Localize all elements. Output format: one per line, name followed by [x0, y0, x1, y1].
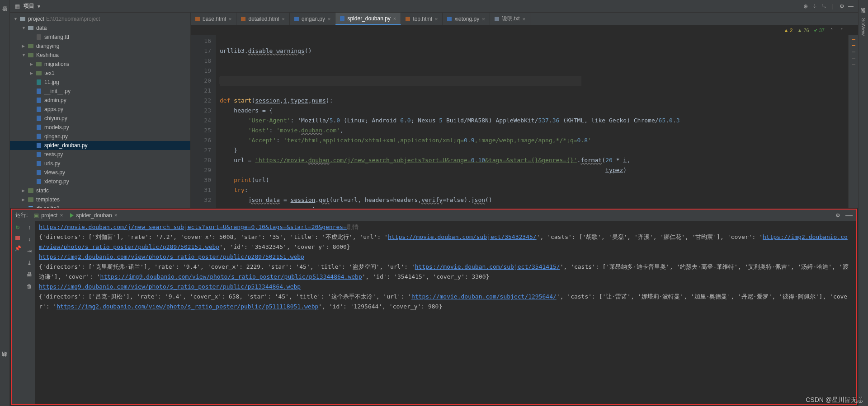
hide-icon[interactable]: —: [846, 2, 855, 11]
expand-all-icon[interactable]: ≑: [810, 2, 819, 11]
tree-item[interactable]: ▶tex1: [10, 69, 190, 78]
project-tree[interactable]: ▼projectE:\01zhuomian\project▼data simfa…: [10, 13, 191, 208]
chevron-up-icon[interactable]: ˄: [829, 28, 835, 33]
collapse-all-icon[interactable]: ≒: [819, 2, 828, 11]
python-file-icon: [37, 170, 41, 175]
font-file-icon: [37, 34, 41, 40]
editor-tab[interactable]: xietong.py×: [443, 13, 490, 25]
up-icon[interactable]: ↑: [26, 224, 33, 231]
tree-item[interactable]: qingan.py: [10, 132, 190, 141]
run-hide-icon[interactable]: —: [845, 211, 853, 219]
watermark: CSDN @星川皆无恙: [806, 396, 863, 404]
run-gear-icon[interactable]: ⚙: [834, 212, 842, 219]
python-file-icon: [37, 152, 41, 157]
html-file-icon: [195, 17, 200, 21]
code-editor[interactable]: urllib3.disable_warnings() def start(ses…: [216, 35, 848, 208]
tree-item[interactable]: __init__.py: [10, 87, 190, 96]
tree-item[interactable]: tests.py: [10, 150, 190, 159]
run-label: 运行:: [15, 211, 28, 219]
gear-icon[interactable]: ⚙: [837, 2, 846, 11]
python-file-icon: [37, 179, 41, 184]
python-file-icon: [294, 17, 299, 21]
close-icon[interactable]: ×: [523, 16, 525, 22]
folder-icon: ▦: [13, 2, 22, 11]
tree-item[interactable]: ▼projectE:\01zhuomian\project: [10, 14, 190, 23]
line-gutter[interactable]: 16 17 18 19 20 21 22 23 24 25 26 27 28 2…: [191, 35, 216, 208]
run-panel: 运行: ▣project×spider_douban× ⚙ — ↻ 📌 ↑ ↓ …: [11, 209, 857, 405]
package-icon: [28, 197, 33, 202]
editor-tab[interactable]: top.html×: [401, 13, 443, 25]
run-toolbar-secondary: ↑ ↓ ⇥ ⤓ 🖶 🗑: [24, 221, 35, 404]
tree-item[interactable]: ▶templates: [10, 195, 190, 204]
tree-item[interactable]: views.py: [10, 168, 190, 177]
right-tab-sciview[interactable]: SciView: [861, 18, 866, 36]
trash-icon[interactable]: 🗑: [26, 283, 33, 290]
close-icon[interactable]: ×: [114, 212, 118, 219]
python-file-icon: [37, 107, 41, 112]
tree-item[interactable]: xietong.py: [10, 177, 190, 186]
tree-item[interactable]: spider_douban.py: [10, 141, 190, 150]
python-run-icon: [70, 213, 74, 218]
down-icon[interactable]: ↓: [26, 236, 33, 243]
tree-item[interactable]: ▼data: [10, 23, 190, 33]
python-file-icon: [37, 125, 41, 130]
tree-item[interactable]: chiyun.py: [10, 114, 190, 123]
stop-icon[interactable]: [15, 236, 20, 240]
rerun-icon[interactable]: ↻: [14, 224, 21, 231]
scroll-to-end-icon[interactable]: ⤓: [26, 259, 33, 266]
tree-item[interactable]: models.py: [10, 123, 190, 132]
tree-item[interactable]: db.sqlite3: [10, 204, 190, 208]
editor-tab[interactable]: 说明.txt×: [490, 13, 530, 25]
warning-count-icon[interactable]: ▲ 2: [783, 28, 793, 33]
tree-item[interactable]: 11.jpg: [10, 78, 190, 87]
dropdown-icon[interactable]: ▾: [34, 2, 43, 11]
editor-tab[interactable]: qingan.py×: [290, 13, 335, 25]
weak-warning-count-icon[interactable]: ▲ 76: [797, 28, 809, 33]
editor-tab[interactable]: detailed.html×: [236, 13, 289, 25]
tree-item[interactable]: urls.py: [10, 159, 190, 168]
softwrap-icon[interactable]: ⇥: [26, 247, 33, 255]
console-output[interactable]: https://movie.douban.com/j/new_search_su…: [35, 221, 856, 404]
typo-count-icon[interactable]: ✔ 37: [814, 28, 825, 33]
tree-item[interactable]: apps.py: [10, 105, 190, 114]
pin-icon[interactable]: 📌: [14, 245, 21, 252]
html-file-icon: [406, 17, 410, 21]
python-file-icon: [340, 16, 344, 21]
locate-icon[interactable]: ⊕: [801, 2, 810, 11]
close-icon[interactable]: ×: [482, 16, 485, 22]
close-icon[interactable]: ×: [229, 16, 231, 22]
error-stripe[interactable]: [848, 35, 858, 208]
chevron-down-icon[interactable]: ˅: [839, 28, 844, 33]
close-icon[interactable]: ×: [282, 16, 285, 22]
editor-tabs: base.html×detailed.html×qingan.py×spider…: [191, 13, 858, 25]
close-icon[interactable]: ×: [328, 16, 330, 22]
editor-tab[interactable]: spider_douban.py×: [335, 13, 401, 25]
html-file-icon: [241, 17, 245, 21]
text-file-icon: [495, 17, 499, 21]
run-toolbar-primary: ↻ 📌: [12, 221, 24, 404]
tree-item[interactable]: ▶migrations: [10, 60, 190, 69]
package-icon: [28, 53, 33, 57]
print-icon[interactable]: 🖶: [26, 271, 33, 278]
python-file-icon: [447, 17, 452, 21]
python-file-icon: [37, 116, 41, 121]
python-file-icon: [37, 89, 41, 94]
close-icon[interactable]: ×: [60, 212, 63, 219]
project-icon: ▣: [34, 212, 39, 219]
tree-item[interactable]: ▼Keshihua: [10, 51, 190, 60]
tree-item[interactable]: admin.py: [10, 96, 190, 105]
project-title: 项目: [24, 2, 34, 10]
run-tab[interactable]: ▣project×: [31, 211, 66, 219]
folder-icon: [20, 17, 25, 21]
package-icon: [28, 188, 33, 193]
close-icon[interactable]: ×: [393, 16, 396, 21]
left-tool-strip: 项目: [0, 0, 10, 406]
python-file-icon: [37, 98, 41, 103]
tree-item[interactable]: ▶static: [10, 186, 190, 195]
editor-tab[interactable]: base.html×: [191, 13, 236, 25]
run-tab[interactable]: spider_douban×: [67, 211, 120, 219]
close-icon[interactable]: ×: [435, 16, 438, 22]
tree-item[interactable]: simfang.ttf: [10, 33, 190, 42]
tree-item[interactable]: ▶diangying: [10, 42, 190, 51]
folder-icon: [28, 26, 33, 30]
